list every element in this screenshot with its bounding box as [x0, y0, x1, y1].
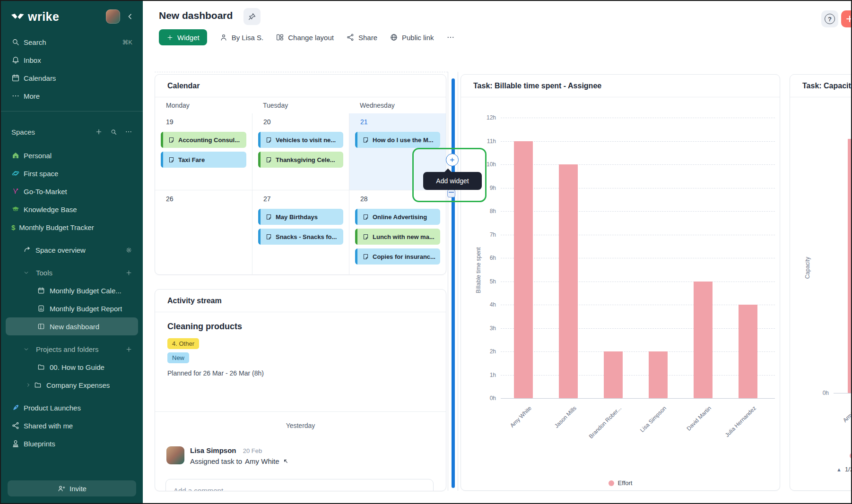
widget-button[interactable]: Widget [159, 29, 207, 45]
activity-widget-title: Activity stream [155, 290, 446, 312]
sidebar-item-company-expenses[interactable]: Company Expenses [6, 376, 138, 394]
sidebar-collapse-button[interactable] [124, 10, 136, 23]
author-name[interactable]: Lisa Simpson [190, 446, 236, 454]
comment-input[interactable]: Add a comment... [166, 479, 433, 491]
pagination-label: 1/2 [845, 466, 852, 473]
sidebar-item-inbox[interactable]: Inbox [6, 51, 138, 69]
more-button[interactable] [446, 33, 455, 42]
calendar-cell-28[interactable]: 28Online AdvertisingLunch with new ma...… [349, 190, 446, 275]
calendar-date: 19 [161, 118, 246, 126]
comment-box[interactable]: Add a comment... @ Aa Send [165, 479, 434, 491]
sidebar-item-first-space[interactable]: First space [6, 164, 138, 182]
sidebar-item-label: Blueprints [24, 440, 55, 448]
gridline [501, 282, 775, 282]
calendar-task[interactable]: Taxi Fare [161, 152, 246, 168]
sidebar-item-product-launches[interactable]: Product Launches [6, 399, 138, 417]
task-color-bar [258, 229, 261, 245]
add-space-icon[interactable] [95, 128, 103, 136]
sidebar-item-more[interactable]: More [6, 87, 138, 105]
calendar-widget: Calendar Monday Tuesday Wednesday 19Acco… [155, 74, 446, 275]
calendar-task[interactable]: May Birthdays [258, 209, 343, 225]
calendar-cell-19[interactable]: 19Accounting Consul...Taxi Fare [155, 113, 252, 190]
calendar-cell-26[interactable]: 26 [155, 190, 252, 275]
calendar-grid: 19Accounting Consul...Taxi Fare20Vehicle… [155, 113, 446, 275]
event-date: 20 Feb [243, 447, 262, 454]
calendar-cell-27[interactable]: 27May BirthdaysSnacks - Snacks fo... [252, 190, 349, 275]
x-axis-line [501, 398, 775, 399]
chevron-down-icon[interactable] [23, 270, 29, 276]
x-tick-label: Julia Hernandez [713, 405, 757, 450]
search-spaces-icon[interactable] [110, 128, 117, 136]
calendar-day-headers: Monday Tuesday Wednesday [155, 97, 446, 113]
chart-bar-brandon-rober [604, 351, 623, 398]
gridline [501, 235, 775, 235]
gear-icon[interactable] [125, 247, 132, 254]
plus-icon[interactable] [125, 269, 132, 276]
calendar-task[interactable]: Accounting Consul... [161, 132, 246, 148]
chevron-down-icon[interactable] [23, 346, 29, 352]
task-color-bar [258, 209, 261, 225]
sidebar-item-projects-and-folders[interactable]: Projects and folders [6, 340, 138, 358]
toolbar-label: Widget [177, 34, 200, 42]
calendar-task[interactable]: Snacks - Snacks fo... [258, 229, 343, 245]
sidebar-item-calendars[interactable]: Calendars [6, 69, 138, 87]
sidebar-item-knowledge-base[interactable]: Knowledge Base [6, 200, 138, 218]
by-author-button[interactable]: By Lisa S. [219, 33, 264, 42]
change-layout-button[interactable]: Change layout [276, 33, 334, 42]
sidebar-item-label: Projects and folders [36, 345, 99, 353]
sidebar-item-personal[interactable]: Personal [6, 146, 138, 164]
create-button[interactable] [841, 10, 852, 27]
chevron-right-icon[interactable] [26, 382, 31, 388]
public-link-button[interactable]: Public link [390, 33, 434, 42]
add-widget-plus-button[interactable] [446, 154, 459, 166]
task-label: Online Advertising [373, 214, 427, 221]
chevron-left-icon [126, 13, 134, 20]
sidebar-item-tools[interactable]: Tools [6, 264, 138, 282]
author-avatar[interactable] [166, 446, 184, 464]
sidebar-item-monthly-budget-report[interactable]: Monthly Budget Report [6, 299, 138, 317]
sidebar-item-monthly-budget-cale[interactable]: Monthly Budget Cale... [6, 282, 138, 299]
sidebar-top: wrike [1, 1, 143, 32]
sidebar-item-go-to-market[interactable]: Go-To-Market [6, 182, 138, 200]
open-task-icon[interactable] [282, 458, 289, 465]
activity-divider [155, 411, 446, 412]
calendar-task[interactable]: Copies for insuranc... [355, 248, 440, 265]
avatar[interactable] [106, 9, 120, 24]
chart-bar-julia-hernandez [739, 305, 757, 398]
share-button[interactable]: Share [346, 33, 377, 42]
sidebar-divider [1, 111, 143, 111]
help-button[interactable]: ? [821, 10, 838, 27]
y-tick-label: 12h [475, 114, 496, 121]
calendar-task[interactable]: Thanksgiving Cele... [258, 152, 343, 168]
calendar-task[interactable]: Lunch with new ma... [355, 229, 440, 245]
sidebar-item-space-overview[interactable]: Space overview [6, 241, 138, 259]
invite-button[interactable]: Invite [8, 480, 136, 496]
calendar-task[interactable]: How do I use the M... [355, 132, 440, 148]
wrike-logo[interactable]: wrike [10, 10, 59, 24]
calendar-task[interactable]: Online Advertising [355, 209, 440, 225]
task-color-bar [161, 152, 163, 168]
chart-pagination[interactable]: ▲ 1/2 [836, 466, 852, 473]
sidebar-item-search[interactable]: Search⌘K [6, 33, 138, 51]
pin-button[interactable] [243, 8, 261, 25]
event-target-link[interactable]: Amy White [245, 457, 279, 465]
day-separator: Yesterday [155, 422, 446, 429]
sidebar-item-monthly-budget-tracker[interactable]: $Monthly Budget Tracker [6, 218, 138, 236]
sidebar-item-new-dashboard[interactable]: New dashboard [6, 317, 138, 335]
report-icon [37, 305, 45, 312]
calendar-cell-20[interactable]: 20Vehicles to visit ne...Thanksgiving Ce… [252, 113, 349, 190]
plus-icon [166, 34, 174, 41]
gridline [501, 118, 775, 118]
activity-task-title[interactable]: Cleaning products [167, 322, 434, 332]
sidebar-item-shared-with-me[interactable]: Shared with me [6, 417, 138, 435]
activity-event-action: Assigned task to Amy White [190, 457, 289, 465]
gridline [501, 211, 775, 212]
sidebar-item-00-how-to-guide[interactable]: 00. How to Guide [6, 358, 138, 376]
calendar-task[interactable]: Vehicles to visit ne... [258, 132, 343, 148]
sidebar-item-blueprints[interactable]: Blueprints [6, 435, 138, 453]
branch-icon [11, 187, 20, 196]
plus-icon[interactable] [125, 346, 132, 353]
spaces-more-icon[interactable] [125, 128, 132, 136]
sidebar-item-label: Personal [24, 152, 52, 160]
widget-mini-icon [447, 189, 455, 197]
